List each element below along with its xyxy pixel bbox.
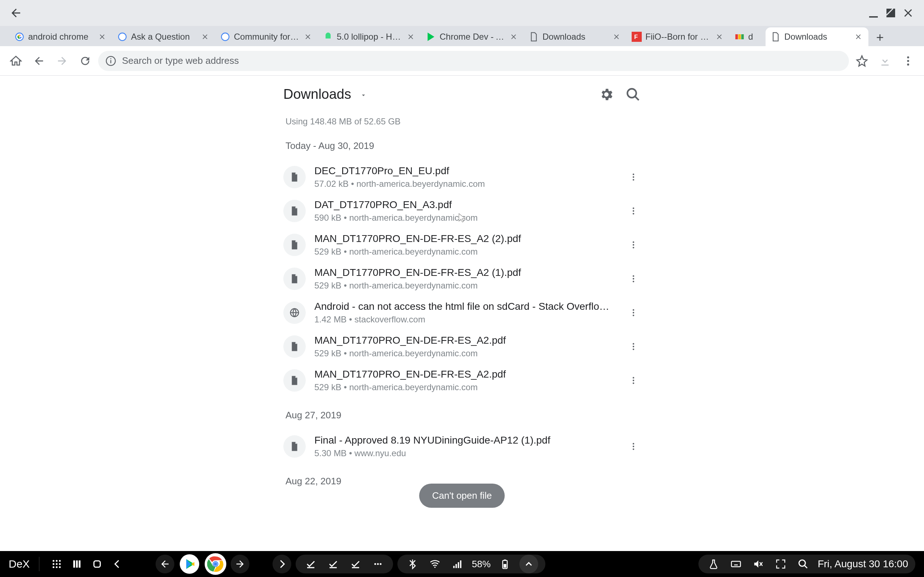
back-nav-button[interactable] xyxy=(109,556,125,572)
item-more-button[interactable] xyxy=(626,172,641,182)
item-more-button[interactable] xyxy=(626,308,641,318)
settings-button[interactable] xyxy=(599,87,614,102)
svg-point-26 xyxy=(633,247,634,248)
svg-point-84 xyxy=(799,560,806,567)
download-item[interactable]: Final - Approved 8.19 NYUDiningGuide-AP1… xyxy=(283,429,641,463)
nav-forward-button[interactable] xyxy=(52,51,72,71)
home-nav-button[interactable] xyxy=(89,556,105,572)
tab-close-icon[interactable] xyxy=(406,32,416,42)
chevron-down-icon xyxy=(360,87,367,102)
download-item[interactable]: MAN_DT1770PRO_EN-DE-FR-ES_A2.pdf529 kB •… xyxy=(283,330,641,364)
item-more-button[interactable] xyxy=(626,206,641,216)
menu-button[interactable] xyxy=(898,51,918,71)
tab-4[interactable]: Chrome Dev - Ap xyxy=(421,27,524,46)
svg-rect-75 xyxy=(504,564,507,567)
svg-point-45 xyxy=(59,560,61,562)
item-more-button[interactable] xyxy=(626,342,641,351)
tab-close-icon[interactable] xyxy=(714,32,724,42)
tab-title: Downloads xyxy=(784,32,850,42)
running-apps-pill xyxy=(296,554,393,574)
wifi-icon[interactable] xyxy=(427,556,443,572)
keyboard-icon[interactable] xyxy=(728,556,744,572)
tab-close-icon[interactable] xyxy=(853,32,863,42)
svg-point-37 xyxy=(633,377,634,378)
svg-point-50 xyxy=(56,566,58,568)
check-icon[interactable] xyxy=(325,556,341,572)
task-next-alt-button[interactable] xyxy=(273,554,291,574)
item-more-button[interactable] xyxy=(626,274,641,284)
recents-button[interactable] xyxy=(69,556,85,572)
dex-label[interactable]: DeX xyxy=(9,558,30,570)
tab-3[interactable]: 5.0 lollipop - How xyxy=(318,27,421,46)
window-minimize-button[interactable] xyxy=(865,4,882,22)
download-filename: DEC_DT1770Pro_EN_EU.pdf xyxy=(314,165,617,177)
clock[interactable]: Fri, August 30 16:00 xyxy=(817,558,908,570)
tab-1[interactable]: Ask a Question xyxy=(112,27,215,46)
item-more-button[interactable] xyxy=(626,240,641,250)
svg-text:F: F xyxy=(634,34,638,40)
window-back-button[interactable] xyxy=(7,4,24,22)
download-item[interactable]: DEC_DT1770Pro_EN_EU.pdf57.02 kB • north-… xyxy=(283,160,641,194)
task-next-button[interactable] xyxy=(231,554,249,574)
svg-point-39 xyxy=(633,382,634,384)
window-close-button[interactable] xyxy=(900,4,917,22)
download-item[interactable]: DAT_DT1770PRO_EN_A3.pdf590 kB • north-am… xyxy=(283,194,641,228)
svg-point-21 xyxy=(633,207,634,209)
check-icon[interactable] xyxy=(347,556,363,572)
fullscreen-icon[interactable] xyxy=(773,556,789,572)
tab-6[interactable]: F FiiO--Born for Mu xyxy=(627,27,729,46)
svg-point-41 xyxy=(633,446,634,447)
download-filename: MAN_DT1770PRO_EN-DE-FR-ES_A2.pdf xyxy=(314,369,617,380)
tab-7[interactable]: d xyxy=(729,27,766,46)
svg-point-16 xyxy=(627,89,636,98)
lab-icon[interactable] xyxy=(706,556,722,572)
page-content: Downloads Using 148.48 MB of 52.65 GB To… xyxy=(0,76,924,551)
search-tray-icon[interactable] xyxy=(795,556,811,572)
battery-icon[interactable] xyxy=(497,556,513,572)
tab-close-icon[interactable] xyxy=(200,32,210,42)
star-button[interactable] xyxy=(852,51,872,71)
omnibox[interactable]: Search or type web address xyxy=(98,51,849,71)
more-icon[interactable] xyxy=(370,556,386,572)
apps-grid-button[interactable] xyxy=(49,556,65,572)
item-more-button[interactable] xyxy=(626,376,641,385)
play-store-app[interactable] xyxy=(179,553,200,575)
new-tab-button[interactable] xyxy=(871,29,888,46)
page-title[interactable]: Downloads xyxy=(283,87,367,102)
check-icon[interactable] xyxy=(303,556,319,572)
svg-rect-74 xyxy=(504,560,506,561)
download-item[interactable]: MAN_DT1770PRO_EN-DE-FR-ES_A2 (2).pdf529 … xyxy=(283,228,641,262)
nav-back-button[interactable] xyxy=(29,51,49,71)
bluetooth-icon[interactable] xyxy=(405,556,420,572)
home-button[interactable] xyxy=(6,51,26,71)
svg-point-20 xyxy=(633,179,634,180)
google-icon xyxy=(117,32,128,42)
search-button[interactable] xyxy=(625,87,641,102)
tab-close-icon[interactable] xyxy=(611,32,622,42)
site-info-icon[interactable] xyxy=(105,56,116,66)
svg-point-47 xyxy=(56,563,58,565)
tab-5[interactable]: Downloads xyxy=(524,27,627,46)
tab-0[interactable]: android chrome xyxy=(10,27,112,46)
expand-up-icon[interactable] xyxy=(519,554,538,574)
svg-point-29 xyxy=(633,280,634,282)
task-prev-button[interactable] xyxy=(155,554,174,574)
window-maximize-button[interactable] xyxy=(882,4,900,22)
svg-point-40 xyxy=(633,443,634,444)
google-icon xyxy=(15,32,24,42)
download-item[interactable]: MAN_DT1770PRO_EN-DE-FR-ES_A2.pdf529 kB •… xyxy=(283,364,641,397)
mute-icon[interactable] xyxy=(750,556,766,572)
item-more-button[interactable] xyxy=(626,442,641,451)
chrome-app[interactable] xyxy=(205,553,226,575)
downloads-button[interactable] xyxy=(875,51,895,71)
svg-point-31 xyxy=(633,309,634,311)
signal-icon[interactable] xyxy=(449,556,465,572)
tab-close-icon[interactable] xyxy=(509,32,519,42)
tab-close-icon[interactable] xyxy=(97,32,107,42)
tab-8[interactable]: Downloads xyxy=(766,27,868,46)
download-item[interactable]: MAN_DT1770PRO_EN-DE-FR-ES_A2 (1).pdf529 … xyxy=(283,262,641,296)
reload-button[interactable] xyxy=(75,51,95,71)
tab-2[interactable]: Community forum xyxy=(215,27,318,46)
download-item[interactable]: Android - can not access the html file o… xyxy=(283,296,641,330)
tab-close-icon[interactable] xyxy=(303,32,313,42)
